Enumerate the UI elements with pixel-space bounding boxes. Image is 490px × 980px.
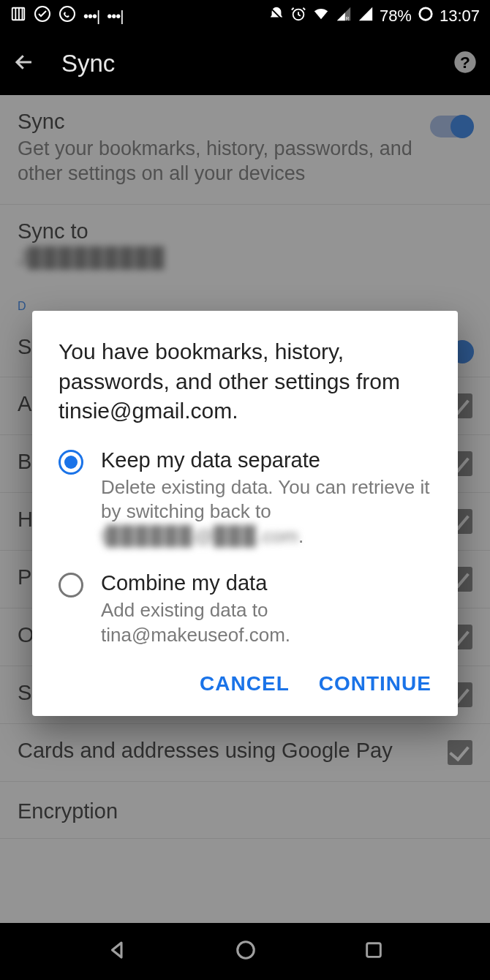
dnd-icon (268, 6, 284, 26)
svg-point-2 (60, 7, 75, 21)
option-title: Keep my data separate (101, 448, 431, 472)
svg-text:R: R (346, 16, 350, 21)
nav-recent-icon[interactable] (363, 940, 384, 963)
svg-point-5 (420, 8, 432, 20)
back-icon[interactable] (13, 51, 35, 76)
alarm-icon (290, 6, 306, 26)
option-keep-separate[interactable]: Keep my data separate Delete existing da… (59, 448, 431, 549)
battery-percent: 78% (380, 7, 412, 26)
wifi-icon (312, 6, 330, 26)
option-title: Combine my data (101, 571, 431, 595)
signal-nodata-icon: R (336, 6, 352, 26)
option-combine[interactable]: Combine my data Add existing data to tin… (59, 571, 431, 648)
sync-data-dialog: You have bookmarks, history, passwords, … (32, 311, 458, 716)
app-bar: Sync ? (0, 32, 490, 95)
radio-selected[interactable] (59, 450, 83, 475)
svg-text:?: ? (460, 53, 470, 72)
page-title: Sync (61, 50, 115, 78)
notification-overflow-icon (107, 7, 123, 26)
radio-unselected[interactable] (59, 573, 83, 598)
check-circle-icon (34, 5, 51, 27)
nav-back-icon[interactable] (107, 939, 129, 964)
option-desc: Add existing data to tina@makeuseof.com. (101, 598, 431, 648)
svg-point-8 (238, 942, 255, 959)
nav-bar (0, 923, 490, 980)
status-bar: R 78% 13:07 (0, 0, 490, 32)
dialog-message: You have bookmarks, history, passwords, … (59, 337, 431, 426)
help-icon[interactable]: ? (453, 50, 477, 77)
continue-button[interactable]: CONTINUE (319, 672, 431, 696)
card-icon (10, 6, 26, 26)
svg-rect-9 (366, 943, 380, 957)
clock-time: 13:07 (440, 7, 480, 26)
notification-overflow-icon (83, 7, 99, 26)
whatsapp-icon (59, 5, 76, 27)
nav-home-icon[interactable] (235, 939, 257, 964)
battery-circle-icon (418, 6, 434, 26)
signal-icon (358, 6, 374, 26)
option-desc: Delete existing data. You can retrieve i… (101, 475, 431, 549)
cancel-button[interactable]: CANCEL (200, 672, 290, 696)
